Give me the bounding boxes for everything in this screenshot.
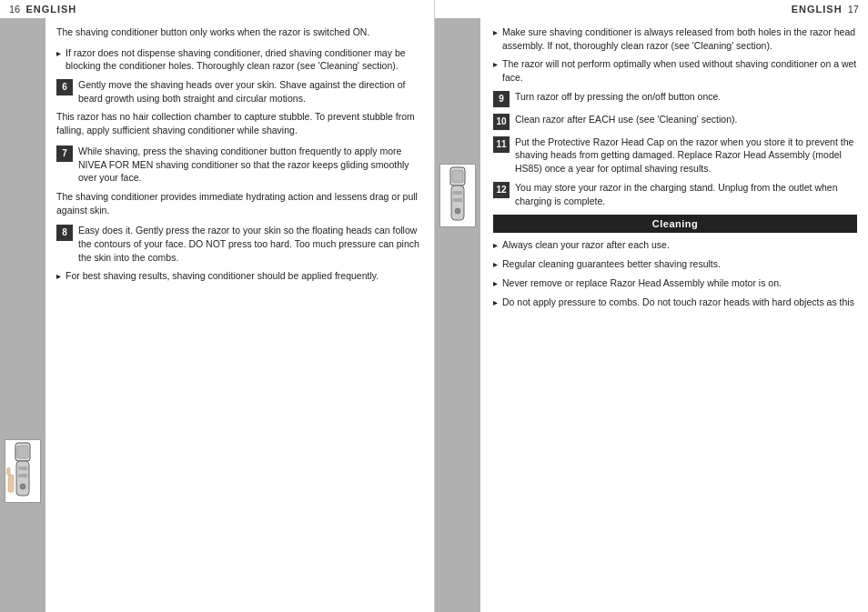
svg-rect-4 bbox=[18, 474, 27, 477]
right-content-area: ▸ Make sure shaving conditioner is alway… bbox=[435, 18, 868, 612]
step10: 10 Clean razor after EACH use (see 'Clea… bbox=[493, 113, 857, 130]
svg-point-12 bbox=[455, 208, 460, 214]
cleaning-bullet2: ▸ Regular cleaning guarantees better sha… bbox=[493, 257, 857, 271]
left-bullet2: ▸ For best shaving results, shaving cond… bbox=[56, 269, 421, 283]
right-bullet2: ▸ The razor will not perform optimally w… bbox=[493, 57, 857, 84]
cleaning-arrow-2: ▸ bbox=[493, 258, 498, 271]
left-main-text: The shaving conditioner button only work… bbox=[45, 18, 434, 612]
cleaning-bullet1: ▸ Always clean your razor after each use… bbox=[493, 238, 857, 252]
left-page-number: 16 bbox=[9, 4, 20, 15]
right-bullet-arrow-1: ▸ bbox=[493, 26, 498, 52]
left-page-title: ENGLISH bbox=[25, 4, 76, 15]
cleaning-bullet4-text: Do not apply pressure to combs. Do not t… bbox=[502, 296, 854, 309]
right-page-number: 17 bbox=[848, 4, 859, 15]
left-gray-sidebar bbox=[0, 18, 45, 612]
right-bullet-arrow-2: ▸ bbox=[493, 58, 498, 84]
step6-text: Gently move the shaving heads over your … bbox=[78, 78, 421, 105]
right-page-header: ENGLISH 17 bbox=[435, 0, 868, 18]
cleaning-bullet4: ▸ Do not apply pressure to combs. Do not… bbox=[493, 296, 857, 309]
step12: 12 You may store your razor in the charg… bbox=[493, 181, 857, 207]
left-bullet1-text: If razor does not dispense shaving condi… bbox=[66, 46, 421, 73]
step7: 7 While shaving, press the shaving condi… bbox=[56, 145, 421, 185]
note7: The shaving conditioner provides immedia… bbox=[56, 190, 421, 216]
step6-number: 6 bbox=[56, 79, 73, 95]
step7-text: While shaving, press the shaving conditi… bbox=[78, 145, 421, 185]
step8-text: Easy does it. Gently press the razor to … bbox=[78, 224, 421, 264]
left-bullet2-text: For best shaving results, shaving condit… bbox=[66, 269, 378, 283]
cleaning-arrow-3: ▸ bbox=[493, 277, 498, 290]
page-container: 16 ENGLISH bbox=[0, 0, 868, 612]
bullet-arrow-1: ▸ bbox=[56, 47, 61, 73]
step12-number: 12 bbox=[493, 182, 510, 198]
step9-number: 9 bbox=[493, 91, 510, 107]
step11-text: Put the Protective Razor Head Cap on the… bbox=[515, 135, 857, 176]
svg-rect-11 bbox=[453, 198, 462, 202]
right-bullet1-text: Make sure shaving conditioner is always … bbox=[502, 25, 857, 52]
svg-rect-9 bbox=[451, 186, 464, 220]
step11-number: 11 bbox=[493, 136, 510, 153]
cleaning-bullet3-text: Never remove or replace Razor Head Assem… bbox=[502, 276, 782, 290]
left-page: 16 ENGLISH bbox=[0, 0, 434, 612]
step8: 8 Easy does it. Gently press the razor t… bbox=[56, 224, 421, 264]
right-page: ENGLISH 17 ▸ bbox=[434, 0, 868, 612]
step9: 9 Turn razor off by pressing the on/off … bbox=[493, 90, 857, 107]
svg-rect-1 bbox=[17, 446, 28, 458]
step12-text: You may store your razor in the charging… bbox=[515, 181, 857, 207]
left-page-header: 16 ENGLISH bbox=[0, 0, 434, 18]
step9-text: Turn razor off by pressing the on/off bu… bbox=[515, 90, 857, 107]
svg-rect-8 bbox=[452, 170, 463, 183]
svg-rect-2 bbox=[16, 461, 29, 496]
bullet-arrow-2: ▸ bbox=[56, 270, 61, 283]
step6: 6 Gently move the shaving heads over you… bbox=[56, 78, 421, 105]
right-main-text: ▸ Make sure shaving conditioner is alway… bbox=[480, 18, 868, 612]
step11: 11 Put the Protective Razor Head Cap on … bbox=[493, 135, 857, 176]
right-bullet1: ▸ Make sure shaving conditioner is alway… bbox=[493, 25, 857, 52]
right-bullet2-text: The razor will not perform optimally whe… bbox=[502, 57, 857, 84]
left-bullet1: ▸ If razor does not dispense shaving con… bbox=[56, 46, 421, 73]
right-gray-sidebar bbox=[435, 18, 480, 612]
svg-rect-3 bbox=[18, 467, 27, 470]
cleaning-bullet1-text: Always clean your razor after each use. bbox=[502, 238, 670, 252]
note6: This razor has no hair collection chambe… bbox=[56, 110, 421, 136]
razor-svg bbox=[6, 441, 39, 501]
svg-point-5 bbox=[20, 484, 25, 489]
step10-number: 10 bbox=[493, 114, 510, 130]
svg-rect-10 bbox=[453, 191, 462, 195]
cleaning-header: Cleaning bbox=[493, 215, 857, 233]
cleaning-bullet2-text: Regular cleaning guarantees better shavi… bbox=[502, 257, 721, 271]
step7-number: 7 bbox=[56, 145, 73, 162]
step10-text: Clean razor after EACH use (see 'Cleanin… bbox=[515, 113, 857, 130]
right-razor-svg bbox=[441, 166, 474, 226]
right-page-title: ENGLISH bbox=[792, 4, 843, 15]
step8-number: 8 bbox=[56, 225, 73, 241]
cleaning-bullet3: ▸ Never remove or replace Razor Head Ass… bbox=[493, 276, 857, 290]
razor-image-container bbox=[5, 439, 41, 503]
left-content-area: The shaving conditioner button only work… bbox=[0, 18, 434, 612]
intro-text: The shaving conditioner button only work… bbox=[56, 25, 421, 39]
cleaning-arrow-1: ▸ bbox=[493, 239, 498, 252]
cleaning-arrow-4: ▸ bbox=[493, 296, 498, 309]
right-razor-image bbox=[439, 164, 476, 227]
